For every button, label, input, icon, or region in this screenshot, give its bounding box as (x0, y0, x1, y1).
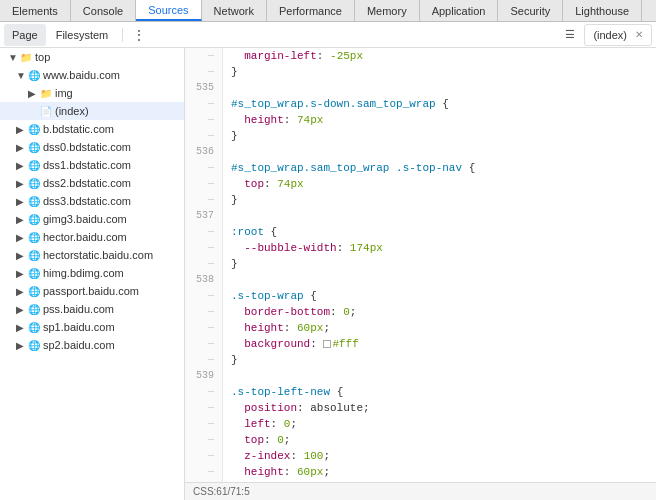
top-tabs-bar: Elements Console Sources Network Perform… (0, 0, 656, 22)
file-tab-label: (index) (593, 29, 627, 41)
sidebar-label-baidu: www.baidu.com (43, 69, 120, 81)
sidebar-item-sp1[interactable]: ▶ 🌐 sp1.baidu.com (0, 318, 184, 336)
line-content: height: 74px (223, 112, 656, 128)
sidebar-label-himgbdimg: himg.bdimg.com (43, 267, 124, 279)
sidebar-item-hectorstatic[interactable]: ▶ 🌐 hectorstatic.baidu.com (0, 246, 184, 264)
line-number: — (185, 320, 223, 336)
tab-application[interactable]: Application (420, 0, 499, 21)
tab-sources[interactable]: Sources (136, 0, 201, 21)
line-number: — (185, 128, 223, 144)
sidebar-item-dss1[interactable]: ▶ 🌐 dss1.bdstatic.com (0, 156, 184, 174)
line-number: — (185, 192, 223, 208)
line-content (223, 144, 656, 160)
code-line: — } (185, 128, 656, 144)
folder-icon-baidu: 🌐 (28, 70, 40, 81)
tab-lighthouse[interactable]: Lighthouse (563, 0, 642, 21)
sidebar-item-dss0[interactable]: ▶ 🌐 dss0.bdstatic.com (0, 138, 184, 156)
code-line: — } (185, 64, 656, 80)
sidebar-item-sp2[interactable]: ▶ 🌐 sp2.baidu.com (0, 336, 184, 354)
code-line: — margin-left: -25px (185, 48, 656, 64)
line-content: top: 0; (223, 432, 656, 448)
separator (122, 28, 123, 42)
tab-elements[interactable]: Elements (0, 0, 71, 21)
main-layout: ▼ 📁 top ▼ 🌐 www.baidu.com ▶ 📁 img ▶ 📄 (i… (0, 48, 656, 500)
expand-arrow-himgbdimg: ▶ (16, 268, 26, 279)
sidebar-label-dss0: dss0.bdstatic.com (43, 141, 131, 153)
line-content: top: 74px (223, 176, 656, 192)
more-options-icon[interactable]: ⋮ (129, 25, 149, 45)
line-number: 539 (185, 368, 223, 384)
code-line: — position: absolute; (185, 400, 656, 416)
line-content: height: 60px; (223, 320, 656, 336)
folder-icon-sp1: 🌐 (28, 322, 40, 333)
sidebar-item-img[interactable]: ▶ 📁 img (0, 84, 184, 102)
line-number: — (185, 432, 223, 448)
sidebar-item-top[interactable]: ▼ 📁 top (0, 48, 184, 66)
color-swatch-fff (323, 340, 331, 348)
code-line: 538 (185, 272, 656, 288)
file-tab-index[interactable]: (index) ✕ (584, 24, 652, 46)
line-content: } (223, 352, 656, 368)
line-number: — (185, 464, 223, 480)
sidebar-label-sp2: sp2.baidu.com (43, 339, 115, 351)
folder-icon-dss2: 🌐 (28, 178, 40, 189)
folder-icon-dss3: 🌐 (28, 196, 40, 207)
folder-icon-img: 📁 (40, 88, 52, 99)
code-line: — background: #fff (185, 336, 656, 352)
sidebar-item-index[interactable]: ▶ 📄 (index) (0, 102, 184, 120)
folder-icon-himgbdimg: 🌐 (28, 268, 40, 279)
file-navigator-icon[interactable]: ☰ (560, 25, 580, 45)
code-line: 535 (185, 80, 656, 96)
file-icon-index: 📄 (40, 106, 52, 117)
sidebar-item-dss3[interactable]: ▶ 🌐 dss3.bdstatic.com (0, 192, 184, 210)
expand-arrow-dss0: ▶ (16, 142, 26, 153)
line-number: — (185, 176, 223, 192)
tab-memory[interactable]: Memory (355, 0, 420, 21)
close-file-tab-icon[interactable]: ✕ (635, 29, 643, 40)
sidebar-label-index: (index) (55, 105, 89, 117)
line-number: — (185, 48, 223, 64)
sidebar-item-hector[interactable]: ▶ 🌐 hector.baidu.com (0, 228, 184, 246)
code-line: — height: 60px; (185, 320, 656, 336)
sidebar-item-bdstatic1[interactable]: ▶ 🌐 b.bdstatic.com (0, 120, 184, 138)
folder-icon-top: 📁 (20, 52, 32, 63)
line-content: #s_top_wrap.s-down.sam_top_wrap { (223, 96, 656, 112)
status-text: CSS:61/71:5 (193, 486, 250, 497)
tab-page[interactable]: Page (4, 24, 46, 46)
code-lines: — margin-left: -25px — } 535 — #s_top_wr… (185, 48, 656, 500)
sidebar-label-passport: passport.baidu.com (43, 285, 139, 297)
expand-arrow-hector: ▶ (16, 232, 26, 243)
tab-performance[interactable]: Performance (267, 0, 355, 21)
sidebar-label-img: img (55, 87, 73, 99)
line-number: — (185, 384, 223, 400)
line-number: — (185, 96, 223, 112)
expand-arrow-hectorstatic: ▶ (16, 250, 26, 261)
sidebar-item-dss2[interactable]: ▶ 🌐 dss2.bdstatic.com (0, 174, 184, 192)
line-number: 538 (185, 272, 223, 288)
tab-security[interactable]: Security (498, 0, 563, 21)
line-number: 535 (185, 80, 223, 96)
line-content: .s-top-wrap { (223, 288, 656, 304)
sidebar-item-passport[interactable]: ▶ 🌐 passport.baidu.com (0, 282, 184, 300)
folder-icon-hectorstatic: 🌐 (28, 250, 40, 261)
tab-filesystem[interactable]: Filesystem (48, 24, 117, 46)
line-number: — (185, 416, 223, 432)
code-editor[interactable]: — margin-left: -25px — } 535 — #s_top_wr… (185, 48, 656, 500)
code-line: — top: 0; (185, 432, 656, 448)
folder-icon-dss0: 🌐 (28, 142, 40, 153)
tab-console[interactable]: Console (71, 0, 136, 21)
sidebar-item-gimg3[interactable]: ▶ 🌐 gimg3.baidu.com (0, 210, 184, 228)
line-content (223, 208, 656, 224)
expand-arrow-dss1: ▶ (16, 160, 26, 171)
expand-arrow-top: ▼ (8, 52, 18, 63)
sidebar-item-himgbdimg[interactable]: ▶ 🌐 himg.bdimg.com (0, 264, 184, 282)
expand-arrow-passport: ▶ (16, 286, 26, 297)
sidebar-item-pss[interactable]: ▶ 🌐 pss.baidu.com (0, 300, 184, 318)
code-line: — .s-top-left-new { (185, 384, 656, 400)
sidebar-label-gimg3: gimg3.baidu.com (43, 213, 127, 225)
folder-icon-passport: 🌐 (28, 286, 40, 297)
tab-network[interactable]: Network (202, 0, 267, 21)
sidebar-item-baidu[interactable]: ▼ 🌐 www.baidu.com (0, 66, 184, 84)
code-line: 539 (185, 368, 656, 384)
line-number: — (185, 112, 223, 128)
